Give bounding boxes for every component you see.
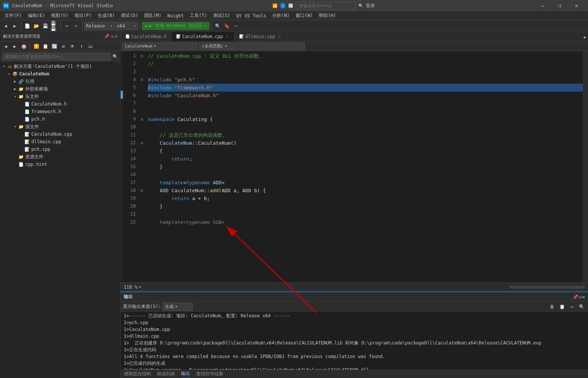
output-clear-btn[interactable]: 🗑 <box>548 303 556 311</box>
fold-12[interactable]: ⊟ <box>139 139 145 147</box>
tree-pch-cpp[interactable]: 📝 pch.cpp <box>0 145 120 153</box>
sidebar-show-all-files[interactable]: 📋 <box>41 42 49 51</box>
zoom-dropdown[interactable]: ▾ <box>139 285 141 289</box>
menu-debug[interactable]: 调试(D) <box>118 11 141 20</box>
tab-cacnum-h[interactable]: 📄 CaculateNum.h <box>121 32 172 41</box>
fold-9[interactable]: ⊟ <box>139 115 145 123</box>
tab-scroll-right[interactable]: ▶ <box>582 33 588 41</box>
output-find-btn[interactable]: 🔍 <box>577 303 586 311</box>
tab-cacnum-cpp[interactable]: 📝 CaculateNum.cpp ✕ <box>172 32 235 41</box>
tree-cpp-hint[interactable]: 📄 cpp.hint <box>0 161 120 168</box>
menu-tools[interactable]: 工具(T) <box>187 11 210 20</box>
code-text[interactable]: // CaculateNum.cpp : 定义 DLL 的导出函数。 // #i… <box>145 51 588 282</box>
fold-18[interactable]: ⊟ <box>139 187 145 194</box>
code-editor[interactable]: 1 2 3 4 5 6 7 8 9 10 11 12 13 14 15 16 1 <box>121 51 588 282</box>
sidebar-properties[interactable]: ⚙ <box>59 42 68 51</box>
menu-project[interactable]: 项目(P) <box>71 11 95 20</box>
menu-team[interactable]: 团队(M) <box>141 11 164 20</box>
menu-help[interactable]: 帮助(H) <box>316 11 339 20</box>
minimize-button[interactable]: — <box>534 0 551 11</box>
auto-hide-icon[interactable]: ◁ <box>111 34 114 39</box>
open-button[interactable]: 📂 <box>32 22 40 30</box>
tree-cacnum-cpp[interactable]: 📝 CaculateNum.cpp <box>0 130 120 138</box>
sidebar-nav-back[interactable]: ◀ <box>2 42 10 51</box>
sidebar-refresh[interactable]: 🔄 <box>50 42 58 51</box>
tree-pch-h[interactable]: 📄 pch.h <box>0 115 120 123</box>
sidebar-preview[interactable]: 👁 <box>68 42 77 51</box>
output-wrap-btn[interactable]: ↩ <box>568 303 576 311</box>
quick-launch-input[interactable] <box>296 2 356 9</box>
sidebar-search-input[interactable] <box>2 53 111 60</box>
output-auto-hide-icon[interactable]: ◁ <box>579 294 582 300</box>
new-project-button[interactable]: 📄 <box>23 22 31 30</box>
tree-ref[interactable]: ▶ 🔗 引用 <box>0 78 120 85</box>
platform-dropdown[interactable]: x64 ▾ <box>115 22 138 30</box>
scope-breadcrumb[interactable]: (全局范围) ▾ <box>199 43 305 50</box>
output-pin-icon[interactable]: 📌 <box>573 294 578 300</box>
sidebar-search-bar: 🔍 <box>0 51 120 62</box>
tree-sources[interactable]: ▾ 📁 源文件 <box>0 123 120 130</box>
config-dropdown[interactable]: Release ▾ <box>84 22 114 30</box>
output-tab-output[interactable]: 输出 <box>181 370 190 378</box>
output-tab-find[interactable]: 查找符号结果 <box>196 370 223 378</box>
bookmark-button[interactable]: 🔖 <box>223 22 231 30</box>
sidebar-collapse[interactable]: ⬆ <box>77 42 86 51</box>
output-tab-callstack[interactable]: 调用层次结构 <box>124 370 151 378</box>
login-button[interactable]: 登录 <box>366 3 375 9</box>
back-button[interactable]: ◀ <box>2 22 10 30</box>
tab-dll-icon: 📝 <box>239 34 244 38</box>
menu-nsight[interactable]: Nsight <box>164 11 187 20</box>
sidebar-close-icon[interactable]: ✕ <box>115 34 117 39</box>
file-breadcrumb[interactable]: CaculateNum ▾ <box>122 43 198 50</box>
menu-test[interactable]: 测试(S) <box>210 11 233 20</box>
search-nav-button[interactable]: 🔍 <box>214 22 222 30</box>
sidebar-nav-forward[interactable]: ▶ <box>11 42 19 51</box>
menu-window[interactable]: 窗口(W) <box>293 11 316 20</box>
menu-qt[interactable]: Qt VS Tools <box>233 11 269 20</box>
tree-resources[interactable]: 📁 资源文件 <box>0 153 120 161</box>
menu-view[interactable]: 视图(V) <box>48 11 71 20</box>
fold-4[interactable]: ⊟ <box>139 76 145 84</box>
output-tab-errors[interactable]: 错误列表 <box>157 370 175 378</box>
tree-project[interactable]: ▾ 📦 CaculateNum <box>0 70 120 78</box>
breadcrumb-arrow: ▾ <box>154 44 157 49</box>
editor-tab-bar: 📄 CaculateNum.h 📝 CaculateNum.cpp ✕ 📝 dl… <box>121 32 588 41</box>
sidebar-filter[interactable]: 🔽 <box>32 42 40 51</box>
tree-cacnum-h[interactable]: 📄 CaculateNum.h <box>0 100 120 108</box>
save-all-button[interactable]: 💾💾 <box>50 22 58 30</box>
menu-edit[interactable]: 编辑(E) <box>25 11 48 20</box>
pin-icon[interactable]: 📌 <box>104 34 109 39</box>
output-source-dropdown[interactable]: 生成 ▾ <box>163 303 193 311</box>
menu-build[interactable]: 生成(B) <box>95 11 118 20</box>
tree-dllmain-cpp[interactable]: 📝 dllmain.cpp <box>0 138 120 145</box>
undo-button[interactable]: ↩ <box>63 22 71 30</box>
horizontal-scrollbar[interactable] <box>510 286 585 289</box>
more-button[interactable]: ⋯ <box>232 22 240 30</box>
tab-dll-close[interactable]: ✕ <box>277 34 282 39</box>
sidebar-new-solution-explorer[interactable]: 🗂 <box>86 42 95 51</box>
project-icon: 📦 <box>12 71 18 77</box>
run-button[interactable]: ▶ ▶ 本地 Windows 调试器 ▾ <box>142 22 210 30</box>
code-line-8 <box>148 107 588 115</box>
forward-button[interactable]: ▶ <box>11 22 19 30</box>
fold-1[interactable]: ⊟ <box>139 52 145 60</box>
editor-scrollbar[interactable] <box>583 51 588 282</box>
output-copy-btn[interactable]: 📋 <box>558 303 566 311</box>
ref-arrow: ▶ <box>12 80 18 83</box>
close-button[interactable]: ✕ <box>568 0 585 11</box>
save-button[interactable]: 💾 <box>41 22 49 30</box>
sidebar-home[interactable]: 🏠 <box>20 42 28 51</box>
tree-framework-h[interactable]: 📄 framework.h <box>0 108 120 115</box>
tab-dll-label: dllmain.cpp <box>245 34 275 39</box>
restore-button[interactable]: ❐ <box>551 0 568 11</box>
redo-button[interactable]: ↪ <box>72 22 80 30</box>
menu-file[interactable]: 文件(F) <box>2 11 25 20</box>
tree-solution[interactable]: ▾ 🗂 解决方案'CaculateNum'(1 个项目) <box>0 63 120 70</box>
sidebar-search-icon[interactable]: 🔍 <box>112 54 118 59</box>
tree-headers[interactable]: ▾ 📁 头文件 <box>0 93 120 100</box>
menu-analyze[interactable]: 分析(N) <box>269 11 293 20</box>
tab-dllmain-cpp[interactable]: 📝 dllmain.cpp ✕ <box>235 32 287 41</box>
tab-cpp-close[interactable]: ✕ <box>224 34 230 39</box>
output-close-icon[interactable]: ✕ <box>582 294 585 300</box>
tree-extdep[interactable]: ▶ 📁 外部依赖项 <box>0 85 120 93</box>
